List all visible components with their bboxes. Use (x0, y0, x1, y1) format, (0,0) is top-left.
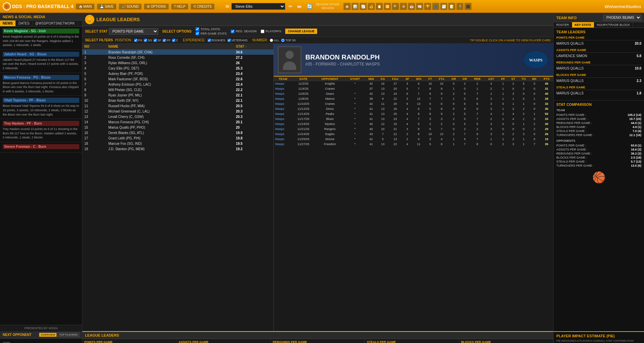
stat-dropdown[interactable]: POINTS PER GAME ASSISTS PER GAME REBOUND… (109, 28, 158, 35)
calendar-icon-btn[interactable]: 📅 (408, 3, 415, 10)
table-row[interactable]: Wasps11/17/25Blues*41132347332572141033 (274, 117, 553, 122)
col-fga[interactable]: FGA (388, 77, 402, 81)
team-tab-keystats[interactable]: KEY STATS (572, 22, 594, 28)
table-row[interactable]: Wasps11/2/25Knights*42162736101002241250… (274, 81, 553, 86)
table-row[interactable]: 7Anthony Erickson (PG, LAC)22.4 (82, 82, 273, 87)
news-icon-btn[interactable]: 📰 (416, 3, 423, 10)
trophy-icon-btn[interactable]: 🏆 (424, 3, 431, 10)
table-row[interactable]: Wasps11/6/25Gears*42132467892571130040 (274, 91, 553, 96)
col-stat[interactable]: STAT ↑ (234, 44, 273, 50)
table-row[interactable]: Wasps11/25/25Moose*4151324341671121015 (274, 137, 553, 142)
save-nav-btn[interactable]: 💾 SAVE (97, 3, 117, 10)
news-tab-wss[interactable]: @WSSPORTSNETWORK (33, 20, 78, 26)
overview-btn[interactable]: OVERVIEW (39, 333, 57, 337)
settings-icon-btn[interactable]: ⚙ (400, 3, 407, 10)
table-row[interactable]: 15Marius Qualls (PF, PHO)20 (82, 125, 273, 130)
col-fg[interactable]: FG (378, 77, 388, 81)
col-team[interactable]: TEAM (274, 77, 292, 81)
col-3p[interactable]: 3P (402, 77, 413, 81)
table-row[interactable]: Wasps11/4/25Cranes37132057891012103031 (274, 86, 553, 91)
news-tab-dates[interactable]: DATES (16, 20, 33, 26)
table-row[interactable]: 14Marcos Fonseca (PG, CHI)20.1 (82, 120, 273, 125)
col-date[interactable]: DATE (292, 77, 315, 81)
chart-icon-btn[interactable]: 📈 (359, 3, 367, 10)
col-min[interactable]: MIN (365, 77, 378, 81)
table-row[interactable]: Wasps11/21/25Rangers*4010213867022300022… (274, 127, 553, 132)
col-start[interactable]: START (345, 77, 365, 81)
credits-nav-btn[interactable]: © CREDITS (190, 3, 215, 10)
table-row[interactable]: 18Marcue Fox (SG, IND)19.5 (82, 141, 273, 146)
person-icon-btn[interactable]: 👤 (432, 3, 439, 10)
table-row[interactable]: 6Mark Faulconer (SF, BOS)22.6 (82, 77, 273, 82)
col-no[interactable]: NO (82, 44, 106, 50)
list-item[interactable]: Jabahri Heard - SG - Bison Jabahri Heard… (0, 50, 82, 73)
table-row[interactable]: Wasps11/10/25Cranes*42112061306066301103… (274, 101, 553, 106)
table-row[interactable]: 5Aubrey Blair (PF, POR)23.4 (82, 71, 273, 77)
team-tab-roster[interactable]: ROSTER (554, 22, 572, 28)
table-row[interactable]: 3Rylan Williams (SG, ORL)26 (82, 60, 273, 66)
news-tab-news[interactable]: NEWS (0, 20, 16, 26)
table-row[interactable]: 10Brian Keith (SF, NY)22.1 (82, 98, 273, 103)
col-ast[interactable]: AST (484, 77, 498, 81)
col-opponent[interactable]: OPPONENT (315, 77, 345, 81)
col-dr[interactable]: DR (459, 77, 470, 81)
money-icon-btn[interactable]: 💰 (368, 3, 375, 10)
scout-icon-btn[interactable]: 🔭 (456, 3, 464, 10)
contract-icon-btn[interactable]: 📋 (376, 3, 383, 10)
col-pts[interactable]: PTS (540, 77, 553, 81)
col-ft[interactable]: FT (425, 77, 435, 81)
table-row[interactable]: 13Levall Cherry (C, GSW)20.3 (82, 114, 273, 120)
edit-manager-btn[interactable]: ✏ (287, 3, 294, 10)
sound-nav-btn[interactable]: 🔊 SOUND (119, 3, 142, 10)
col-or[interactable]: OR (448, 77, 459, 81)
table-row[interactable]: Wasps11/14/25Peaks*41132548892574242150 (274, 112, 553, 117)
draft-icon-btn[interactable]: 📝 (448, 3, 456, 10)
table-row[interactable]: Wasps11/12/25Dinos*41132046580883122035 (274, 106, 553, 112)
options-nav-btn[interactable]: ⚙ OPTIONS (144, 3, 169, 10)
table-row[interactable]: Wasps11/8/25Metros*38922312771562110128 (274, 96, 553, 101)
main-nav-btn[interactable]: 🏠 MAIN (76, 3, 95, 10)
table-row[interactable]: 17Grant Leith (PG, PHI)19.8 (82, 136, 273, 141)
list-item[interactable]: Kevin Magloire - SG - Irish Kevin Magloi… (0, 27, 82, 50)
table-row[interactable]: 12Michael Greenwalt (C, LAL)20.3 (82, 109, 273, 114)
col-bk[interactable]: BK (529, 77, 540, 81)
col-reb[interactable]: REB (470, 77, 484, 81)
reg-season-checkbox[interactable] (231, 30, 234, 33)
stats-icon-btn[interactable]: 📊 (351, 3, 359, 10)
home-icon-btn[interactable]: 🏠 (343, 3, 351, 10)
col-3pa[interactable]: 3PA (412, 77, 425, 81)
total-stats-checkbox[interactable] (196, 27, 199, 31)
table-row[interactable]: 1Brandon Randolph (SF, CHA)34.6 (82, 50, 273, 55)
change-league-btn[interactable]: CHANGE LEAGUE (285, 29, 317, 34)
misc-icon-btn[interactable]: ⬛ (464, 3, 472, 10)
refresh-btn[interactable]: 🔄 (305, 3, 314, 10)
table-row[interactable]: 4Cary Ellis (PG, DET)25.3 (82, 66, 273, 71)
help-nav-btn[interactable]: ? HELP (171, 3, 188, 10)
team-tab-injury[interactable]: INJURY/TRADE BLOCK (594, 22, 633, 28)
list-item[interactable]: Trey Haslem - PF - Burn Trey Haslem scor… (0, 119, 82, 142)
list-item[interactable]: Vitali Toporov - PF - Bison Bison forwar… (0, 96, 82, 119)
table-row[interactable]: 11Russell Hucks (PF, MIA)20.5 (82, 103, 273, 109)
col-fta[interactable]: FTA (435, 77, 448, 81)
table-row[interactable]: 2Ross Cornette (SF, CHI)27.2 (82, 55, 273, 60)
col-st[interactable]: ST (508, 77, 518, 81)
table-row[interactable]: 8Will Phelan (SG, CLE)22.2 (82, 87, 273, 93)
table-row[interactable]: Wasps11/24/25Eagles*43721281013279302302… (274, 132, 553, 137)
per-game-checkbox[interactable] (196, 32, 199, 35)
table-row[interactable]: 16Derek Blanks (SG, ATL)19.9 (82, 130, 273, 136)
playoffs-checkbox[interactable] (261, 30, 264, 33)
fast-forward-btn[interactable]: ⏭ (296, 3, 303, 10)
manager-select[interactable]: Steve Ellis (231, 3, 285, 10)
search-icon-btn[interactable]: 🔍 (392, 3, 399, 10)
col-name[interactable]: NAME (106, 44, 234, 50)
team-select[interactable]: PHOENIX BEAMS (603, 15, 641, 20)
table-row[interactable]: Wasps11/27/25Freedom*4113224115817802317… (274, 142, 553, 147)
col-pf[interactable]: PF (498, 77, 508, 81)
col-to[interactable]: TO (518, 77, 529, 81)
top-players-btn[interactable]: TOP PLAYERS (57, 333, 79, 337)
list-item[interactable]: Steven Freeman - C - Burn (0, 142, 82, 153)
list-item[interactable]: Marcos Fonseca - PG - Bison Bison guard … (0, 73, 82, 96)
table-row[interactable]: 9Ryan Joyner (PF, MIL)22.1 (82, 93, 273, 98)
table-row[interactable]: Wasps11/19/25Mystics*4012154522055300123… (274, 122, 553, 127)
table-row[interactable]: 19J.D. Stanton (PG, MEM)19.2 (82, 146, 273, 152)
